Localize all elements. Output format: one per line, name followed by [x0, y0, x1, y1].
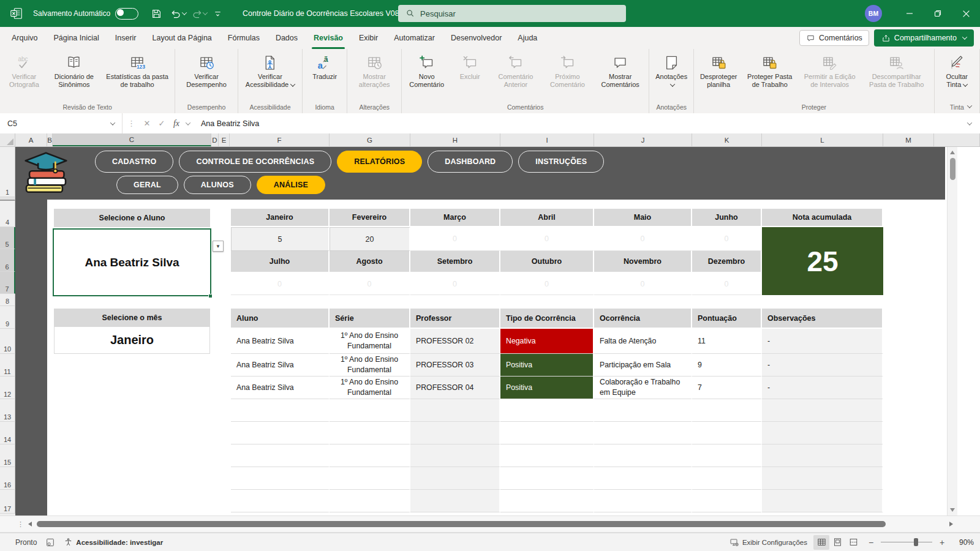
column-header-g[interactable]: G [330, 133, 410, 146]
display-settings-button[interactable]: Exibir Configurações [729, 538, 807, 547]
anotacoes-button[interactable]: Anotações [651, 51, 692, 89]
zoom-out-button[interactable]: − [867, 538, 875, 547]
normal-view-button[interactable] [813, 535, 829, 550]
page-break-view-button[interactable] [845, 535, 861, 550]
close-button[interactable] [952, 0, 980, 27]
nav-analise[interactable]: ANÁLISE [257, 176, 325, 194]
mostrar-comentarios-button[interactable]: Mostrar Comentários [594, 51, 647, 89]
tab-desenvolvedor[interactable]: Desenvolvedor [443, 27, 510, 49]
tab-exibir[interactable]: Exibir [351, 27, 386, 49]
column-header-c[interactable]: C [53, 133, 211, 146]
proteger-pasta-de-trabalho-button[interactable]: Proteger Pasta de Trabalho [741, 51, 798, 89]
column-header-i[interactable]: I [500, 133, 594, 146]
comments-button[interactable]: Comentários [799, 30, 869, 46]
row-header-17[interactable]: 17 [0, 490, 15, 514]
scroll-right-icon[interactable] [949, 522, 953, 527]
expand-formula-bar-icon[interactable] [967, 120, 972, 125]
horizontal-scrollbar[interactable]: ⋮ [0, 515, 980, 533]
nav-relatorios[interactable]: RELATÓRIOS [337, 151, 422, 173]
user-avatar[interactable]: BM [865, 5, 882, 22]
verificar-desempenho-button[interactable]: Verificar Desempenho [177, 51, 235, 89]
tab-arquivo[interactable]: Arquivo [4, 27, 45, 49]
nav-geral[interactable]: GERAL [116, 176, 178, 194]
column-header-b[interactable]: B [47, 133, 53, 146]
tab-layout-da-pagina[interactable]: Layout da Página [144, 27, 219, 49]
estatisticas-da-pasta-de-trabalho-button[interactable]: 123Estatísticas da pasta de trabalho [102, 51, 173, 89]
search-input[interactable]: Pesquisar [398, 5, 626, 22]
vertical-scrollbar[interactable] [947, 147, 957, 515]
document-title[interactable]: Controle Diário de Ocorrências Escolares… [243, 9, 410, 18]
share-button[interactable]: Compartilhamento [874, 29, 974, 47]
row-header-7[interactable]: 7 [0, 272, 15, 294]
ocultar-tinta-button[interactable]: Ocultar Tinta [937, 51, 978, 89]
row-header-15[interactable]: 15 [0, 444, 15, 467]
row-header-10[interactable]: 10 [0, 329, 15, 354]
row-header-14[interactable]: 14 [0, 422, 15, 444]
scroll-down-icon[interactable] [950, 508, 955, 512]
row-header-12[interactable]: 12 [0, 377, 15, 399]
tab-formulas[interactable]: Fórmulas [220, 27, 268, 49]
row-header-11[interactable]: 11 [0, 354, 15, 377]
nav-dashboard[interactable]: DASHBOARD [428, 151, 513, 173]
month-selector-cell[interactable]: Janeiro [54, 326, 210, 354]
row-header-8[interactable]: 8 [0, 294, 15, 306]
zoom-in-button[interactable]: + [938, 538, 946, 547]
column-header-l[interactable]: L [762, 133, 883, 146]
column-header-f[interactable]: F [230, 133, 330, 146]
scroll-up-icon[interactable] [950, 151, 955, 154]
select-all-corner[interactable] [0, 133, 15, 146]
column-header-a[interactable]: A [15, 133, 47, 146]
tab-revisao[interactable]: Revisão [306, 27, 351, 49]
fx-dropdown-icon[interactable] [186, 120, 190, 125]
restore-button[interactable] [924, 0, 952, 27]
insert-function-icon[interactable]: fx [169, 119, 184, 129]
dicionario-de-sinonimos-button[interactable]: Dicionário de Sinônimos [47, 51, 102, 89]
column-header-h[interactable]: H [410, 133, 500, 146]
column-header-e[interactable]: E [219, 133, 230, 146]
tab-ajuda[interactable]: Ajuda [510, 27, 545, 49]
formula-bar-grip[interactable]: ⋮ [123, 119, 140, 128]
row-header-16[interactable]: 16 [0, 467, 15, 490]
tab-inserir[interactable]: Inserir [107, 27, 145, 49]
row-header-1[interactable]: 1 [0, 147, 15, 197]
formula-bar-value[interactable]: Ana Beatriz Silva [201, 119, 259, 128]
zoom-slider-thumb[interactable] [914, 538, 918, 546]
minimize-button[interactable] [895, 0, 924, 27]
zoom-slider[interactable] [881, 542, 932, 542]
novo-comentario-button[interactable]: Novo Comentário [404, 51, 450, 89]
tab-dados[interactable]: Dados [268, 27, 306, 49]
accessibility-status[interactable]: Acessibilidade: investigar [64, 538, 163, 547]
customize-toolbar-icon[interactable] [208, 4, 227, 23]
horizontal-scroll-thumb[interactable] [37, 521, 886, 527]
row-header-5[interactable]: 5 [0, 227, 15, 249]
nav-alunos[interactable]: ALUNOS [184, 176, 251, 194]
row-header-13[interactable]: 13 [0, 399, 15, 422]
save-button[interactable] [147, 4, 165, 23]
macro-record-icon[interactable] [45, 538, 55, 547]
scroll-left-icon[interactable] [28, 522, 32, 527]
nav-cadastro[interactable]: CADASTRO [95, 151, 173, 173]
sheet-tab-grip[interactable]: ⋮ [17, 520, 24, 528]
nav-instrucoes[interactable]: INSTRUÇÕES [518, 151, 604, 173]
zoom-level[interactable]: 90% [952, 538, 974, 547]
traduzir-button[interactable]: aãTraduzir [304, 51, 345, 81]
row-header-9[interactable]: 9 [0, 306, 15, 329]
verificar-acessibilidade-button[interactable]: Verificar Acessibilidade [240, 51, 300, 89]
row-header-4[interactable]: 4 [0, 201, 15, 227]
name-box[interactable]: C5 [0, 113, 123, 133]
tab-automatizar[interactable]: Automatizar [386, 27, 443, 49]
nav-controle-de-ocorrencias[interactable]: CONTROLE DE OCORRÊNCIAS [179, 151, 331, 173]
autosave-toggle[interactable] [115, 8, 138, 20]
student-dropdown-button[interactable]: ▼ [213, 241, 224, 252]
column-header-k[interactable]: K [692, 133, 762, 146]
tab-pagina-inicial[interactable]: Página Inicial [45, 27, 107, 49]
desproteger-planilha-button[interactable]: Desproteger planilha [696, 51, 741, 89]
fill-handle[interactable] [208, 294, 213, 298]
row-header-6[interactable]: 6 [0, 249, 15, 272]
student-selector-cell[interactable]: Ana Beatriz Silva [53, 228, 211, 296]
vertical-scroll-thumb[interactable] [950, 158, 956, 180]
page-layout-view-button[interactable] [829, 535, 845, 550]
column-header-m[interactable]: M [883, 133, 934, 146]
column-header-d[interactable]: D [211, 133, 219, 146]
column-header-j[interactable]: J [594, 133, 692, 146]
